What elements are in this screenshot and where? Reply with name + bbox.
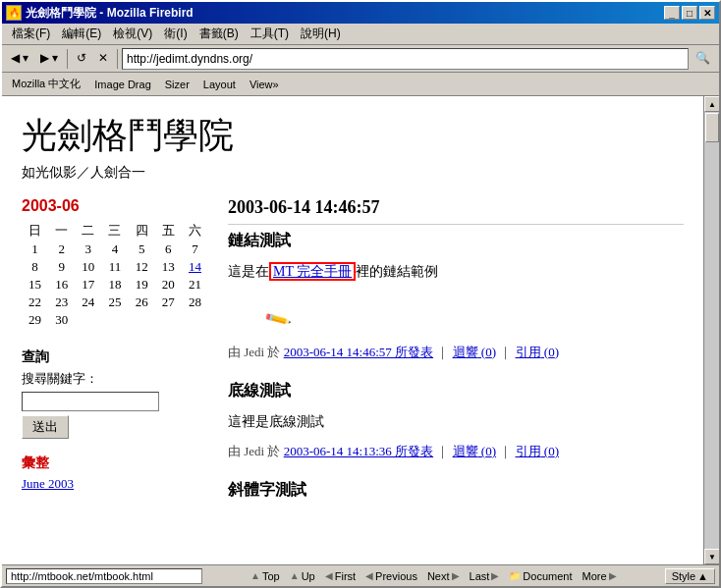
calendar-title: 2003-06 bbox=[22, 197, 208, 215]
vertical-scrollbar: ▲ ▼ bbox=[703, 96, 719, 564]
app-icon: 🔥 bbox=[6, 5, 22, 21]
calendar-day bbox=[182, 311, 208, 329]
post-1-title: 鏈結測試 bbox=[228, 231, 684, 251]
bookmark-image-drag[interactable]: Image Drag bbox=[88, 78, 156, 91]
nav-doc-arrow: 📁 bbox=[509, 570, 521, 581]
cal-header-sat: 六 bbox=[182, 221, 208, 241]
maximize-button[interactable]: □ bbox=[682, 6, 697, 20]
calendar-table: 日 一 二 三 四 五 六 12345678910111213 bbox=[22, 221, 208, 329]
post-1-comments-link[interactable]: 迴響 (0) bbox=[453, 345, 496, 359]
calendar-day: 29 bbox=[22, 311, 48, 329]
bookmark-mozilla[interactable]: Mozilla 中文化 bbox=[6, 76, 86, 92]
nav-up-label: Up bbox=[302, 570, 315, 582]
address-input[interactable] bbox=[127, 52, 684, 66]
post-2-author: Jedi bbox=[244, 444, 264, 458]
nav-first-label: First bbox=[335, 570, 356, 582]
post-1-trackback-link[interactable]: 引用 (0) bbox=[516, 345, 559, 359]
cal-header-mon: 一 bbox=[48, 221, 75, 241]
calendar-day: 15 bbox=[22, 276, 48, 294]
calendar-day: 1 bbox=[22, 241, 48, 258]
post-2-trackback-label: 引用 bbox=[516, 444, 541, 458]
calendar-day bbox=[101, 311, 128, 329]
post-2-footer: 由 Jedi 於 2003-06-14 14:13:36 所發表 ｜ 迴響 (0… bbox=[228, 443, 684, 460]
style-selector[interactable]: Style ▲ bbox=[665, 568, 715, 584]
style-arrow-icon: ▲ bbox=[697, 570, 708, 582]
calendar-day: 24 bbox=[75, 294, 101, 311]
nav-document[interactable]: 📁 Document bbox=[506, 570, 575, 582]
menu-view[interactable]: 檢視(V) bbox=[107, 24, 158, 44]
post-1-body-pre: 這是在 bbox=[228, 264, 269, 279]
post-3-title: 斜體字測試 bbox=[228, 480, 684, 501]
navigation-toolbar: ◀ ▾ ▶ ▾ ↺ ✕ 🔍 bbox=[2, 45, 719, 73]
post-1-mt-link[interactable]: MT 完全手冊 bbox=[269, 262, 356, 281]
calendar-day: 7 bbox=[182, 241, 208, 258]
search-button[interactable]: 🔍 bbox=[691, 48, 715, 70]
calendar-day: 11 bbox=[101, 258, 128, 276]
post-2-comments-count: 0 bbox=[485, 444, 492, 458]
main-content: 2003-06-14 14:46:57 鏈結測試 這是在MT 完全手冊裡的鏈結範… bbox=[228, 197, 684, 510]
stop-button[interactable]: ✕ bbox=[93, 48, 113, 70]
post-1-trackback-count: 0 bbox=[548, 345, 555, 359]
toolbar-separator-1 bbox=[67, 49, 68, 69]
scroll-track[interactable] bbox=[704, 112, 719, 549]
title-bar-left: 🔥 光劍格鬥學院 - Mozilla Firebird bbox=[6, 5, 194, 22]
calendar-day: 26 bbox=[129, 294, 155, 311]
calendar-day: 4 bbox=[101, 241, 128, 258]
calendar-day: 3 bbox=[75, 241, 101, 258]
cal-header-tue: 二 bbox=[75, 221, 101, 241]
close-button[interactable]: ✕ bbox=[699, 6, 715, 20]
nav-prev-arrow: ◀ bbox=[365, 570, 373, 581]
nav-last[interactable]: Last ▶ bbox=[467, 570, 503, 582]
nav-more-label: More bbox=[582, 570, 606, 582]
nav-first[interactable]: ◀ First bbox=[322, 570, 359, 582]
search-button-submit[interactable]: 送出 bbox=[22, 415, 69, 439]
scroll-thumb[interactable] bbox=[705, 113, 719, 142]
post-2-body-text: 這裡是底線測試 bbox=[228, 414, 324, 429]
menu-file[interactable]: 檔案(F) bbox=[6, 24, 56, 44]
post-1-comments-count: 0 bbox=[485, 345, 492, 359]
archive-link[interactable]: June 2003 bbox=[22, 476, 74, 491]
nav-up[interactable]: ▲ Up bbox=[287, 570, 318, 582]
menu-help[interactable]: 說明(H) bbox=[295, 24, 347, 44]
post-2-trackback-count: 0 bbox=[548, 444, 555, 458]
nav-top[interactable]: ▲ Top bbox=[248, 570, 283, 582]
menu-bar: 檔案(F) 編輯(E) 檢視(V) 衛(I) 書籤(B) 工具(T) 說明(H) bbox=[2, 24, 719, 45]
menu-tools[interactable]: 工具(T) bbox=[245, 24, 295, 44]
nav-next[interactable]: Next ▶ bbox=[424, 570, 463, 582]
scroll-down-button[interactable]: ▼ bbox=[704, 549, 719, 564]
cal-header-fri: 五 bbox=[155, 221, 182, 241]
menu-edit[interactable]: 編輯(E) bbox=[56, 24, 107, 44]
nav-more[interactable]: More ▶ bbox=[579, 570, 619, 582]
calendar-day: 5 bbox=[129, 241, 155, 258]
post-2-title: 底線測試 bbox=[228, 381, 684, 401]
scroll-up-button[interactable]: ▲ bbox=[704, 96, 719, 112]
calendar-day: 25 bbox=[101, 294, 128, 311]
menu-go[interactable]: 衛(I) bbox=[158, 24, 193, 44]
nav-top-arrow: ▲ bbox=[250, 570, 260, 581]
bookmark-sizer[interactable]: Sizer bbox=[159, 78, 195, 91]
post-1-trackback-label: 引用 bbox=[516, 345, 541, 359]
bookmark-view[interactable]: View» bbox=[244, 78, 285, 91]
reload-button[interactable]: ↺ bbox=[72, 48, 91, 70]
search-title: 查詢 bbox=[22, 348, 208, 366]
back-button[interactable]: ◀ ▾ bbox=[6, 48, 33, 70]
calendar-day bbox=[155, 311, 182, 329]
calendar-day-link-14[interactable]: 14 bbox=[189, 259, 201, 274]
content-area: 光劍格鬥學院 如光似影／人劍合一 2003-06 日 bbox=[2, 96, 719, 564]
post-1-date-link[interactable]: 2003-06-14 14:46:57 所發表 bbox=[284, 345, 433, 359]
post-2-date-link[interactable]: 2003-06-14 14:13:36 所發表 bbox=[284, 444, 433, 458]
calendar-day: 18 bbox=[101, 276, 128, 294]
nav-last-label: Last bbox=[470, 570, 490, 582]
nav-previous[interactable]: ◀ Previous bbox=[362, 570, 420, 582]
search-input[interactable] bbox=[22, 392, 159, 411]
post-2-comments-link[interactable]: 迴響 (0) bbox=[453, 444, 496, 458]
address-bar bbox=[122, 48, 689, 70]
bookmark-layout[interactable]: Layout bbox=[197, 78, 242, 91]
forward-button[interactable]: ▶ ▾ bbox=[35, 48, 63, 70]
site-title: 光劍格鬥學院 bbox=[22, 112, 684, 160]
post-2-trackback-link[interactable]: 引用 (0) bbox=[516, 444, 559, 458]
calendar-day: 21 bbox=[182, 276, 208, 294]
status-url: http://mtbook.net/mtbook.html bbox=[6, 568, 202, 584]
menu-bookmarks[interactable]: 書籤(B) bbox=[194, 24, 245, 44]
minimize-button[interactable]: _ bbox=[664, 6, 680, 20]
